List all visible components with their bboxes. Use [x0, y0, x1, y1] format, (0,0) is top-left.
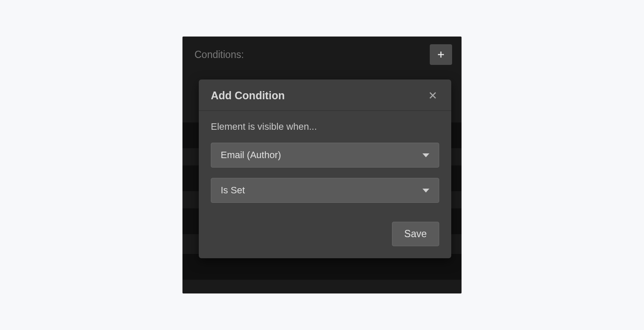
- close-icon: [428, 91, 437, 100]
- conditions-panel: Conditions: Add Condition Element is vis…: [182, 37, 462, 293]
- operator-select-value: Is Set: [221, 185, 245, 196]
- dialog-description: Element is visible when...: [211, 121, 439, 132]
- plus-icon: [437, 50, 445, 59]
- add-condition-button[interactable]: [430, 44, 452, 65]
- dialog-header: Add Condition: [199, 79, 451, 111]
- save-button[interactable]: Save: [392, 222, 439, 246]
- operator-select[interactable]: Is Set: [211, 178, 439, 203]
- dialog-footer: Save: [199, 211, 451, 258]
- dialog-body: Element is visible when... Email (Author…: [199, 111, 451, 211]
- dialog-title: Add Condition: [211, 89, 285, 102]
- chevron-down-icon: [422, 189, 429, 192]
- conditions-label: Conditions:: [194, 49, 244, 61]
- field-select[interactable]: Email (Author): [211, 143, 439, 168]
- field-select-value: Email (Author): [221, 150, 281, 161]
- panel-header: Conditions:: [182, 37, 462, 70]
- chevron-down-icon: [422, 153, 429, 157]
- add-condition-dialog: Add Condition Element is visible when...…: [199, 79, 451, 258]
- close-button[interactable]: [426, 89, 439, 102]
